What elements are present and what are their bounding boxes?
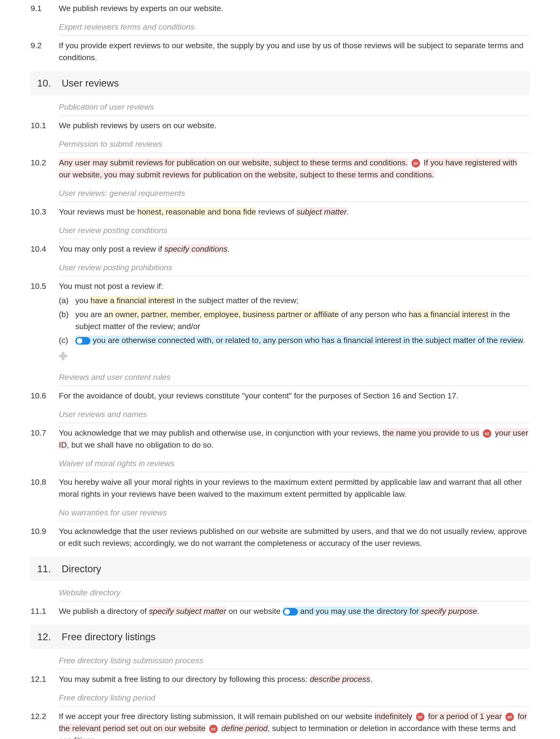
intro-text: You must not post a review if:: [59, 280, 529, 292]
text: of any person who: [339, 310, 409, 319]
section-heading-11: 11. Directory: [31, 557, 529, 581]
section-number: 11.: [37, 561, 62, 576]
clause-10-6: 10.6 For the avoidance of doubt, your re…: [31, 388, 529, 405]
add-icon[interactable]: [59, 352, 67, 360]
toggled-block: you are otherwise connected with, or rel…: [75, 336, 523, 344]
editable-text: have a financial interest: [90, 296, 174, 305]
or-badge-icon[interactable]: or: [412, 159, 420, 167]
clause-number: 10.6: [31, 388, 59, 405]
clause-12-1: 12.1 You may submit a free listing to ou…: [31, 671, 529, 689]
sub-marker: (b): [59, 307, 75, 333]
sub-clause-a: (a) you have a financial interest in the…: [59, 294, 529, 307]
clause-10-2: 10.2 Any user may submit reviews for pub…: [31, 154, 529, 184]
text: We publish a directory of: [59, 607, 149, 615]
clause-body: If we accept your free directory listing…: [59, 708, 529, 739]
sub-marker: (a): [59, 294, 75, 307]
text: .: [523, 336, 525, 344]
clause-body: We publish reviews by users on our websi…: [59, 117, 529, 135]
sub-body: you are otherwise connected with, or rel…: [75, 333, 529, 347]
text: You may only post a review if: [59, 244, 164, 253]
section-heading-10: 10. User reviews: [31, 71, 529, 95]
clause-10-3: 10.3 Your reviews must be honest, reason…: [31, 203, 529, 221]
clause-10-7: 10.7 You acknowledge that we may publish…: [31, 425, 529, 454]
text: you: [75, 296, 90, 305]
text: .: [346, 207, 349, 216]
text: , but we shall have no obligation to do …: [67, 440, 214, 449]
optional-text: indefinitely: [375, 712, 412, 721]
clause-body: For the avoidance of doubt, your reviews…: [59, 388, 529, 405]
clause-body: You may submit a free listing to our dir…: [59, 671, 529, 689]
or-badge-icon[interactable]: or: [209, 725, 218, 733]
clause-number: 10.2: [31, 154, 59, 184]
clause-number: 10.5: [31, 278, 59, 368]
text: you are otherwise connected with, or rel…: [93, 336, 523, 344]
clause-caption: Permission to submit reviews: [59, 135, 529, 153]
clause-body: You must not post a review if: (a) you h…: [59, 278, 529, 368]
clause-11-1: 11.1 We publish a directory of specify s…: [31, 603, 529, 619]
clause-12-2: 12.2 If we accept your free directory li…: [31, 708, 529, 739]
clause-caption: Free directory listing submission proces…: [59, 651, 529, 670]
toggle-icon[interactable]: [75, 337, 90, 344]
or-badge-icon[interactable]: or: [416, 713, 424, 721]
clause-caption: Publication of user reviews: [59, 98, 529, 116]
clause-caption: Website directory: [59, 583, 529, 601]
text: You may submit a free listing to our dir…: [59, 675, 310, 684]
clause-number: 12.1: [31, 671, 59, 689]
clause-body: We publish reviews by experts on our web…: [59, 0, 529, 18]
text: reviews of: [256, 207, 296, 216]
clause-9-1: 9.1 We publish reviews by experts on our…: [31, 0, 529, 18]
clause-number: 10.9: [31, 523, 59, 551]
section-number: 12.: [37, 629, 62, 644]
placeholder-text: define period: [222, 724, 268, 733]
document-page: 9.1 We publish reviews by experts on our…: [0, 0, 560, 739]
section-number: 10.: [37, 76, 62, 91]
text: Your reviews must be: [59, 207, 137, 216]
optional-text: for a period of 1 year: [428, 712, 502, 721]
optional-text: Any user may submit reviews for publicat…: [59, 158, 408, 167]
clause-caption: User review posting prohibitions: [59, 258, 529, 276]
text: You acknowledge that we may publish and …: [59, 428, 383, 437]
sub-body: you have a financial interest in the sub…: [75, 294, 529, 307]
clause-body: You acknowledge that the user reviews pu…: [59, 523, 529, 551]
clause-body: Any user may submit reviews for publicat…: [59, 154, 529, 184]
clause-10-8: 10.8 You hereby waive all your moral rig…: [31, 474, 529, 503]
clause-body: We publish a directory of specify subjec…: [59, 603, 529, 619]
clause-body: You may only post a review if specify co…: [59, 241, 529, 258]
clause-body: You hereby waive all your moral rights i…: [59, 474, 529, 503]
clause-9-2: 9.2 If you provide expert reviews to our…: [31, 37, 529, 65]
clause-caption: Expert reviewers terms and conditions: [59, 18, 529, 36]
clause-number: 10.1: [31, 117, 59, 135]
toggle-icon[interactable]: [283, 608, 298, 615]
sub-clause-b: (b) you are an owner, partner, member, e…: [59, 307, 529, 333]
clause-10-5: 10.5 You must not post a review if: (a) …: [31, 278, 529, 368]
clause-caption: Waiver of moral rights in reviews: [59, 454, 529, 472]
placeholder-text: specify purpose: [421, 607, 477, 615]
text: and you may use the directory for: [300, 607, 421, 615]
section-title: Directory: [62, 561, 101, 576]
toggled-block: and you may use the directory for specif…: [283, 607, 477, 615]
sub-marker: (c): [59, 333, 75, 347]
placeholder-text: subject matter: [296, 207, 347, 216]
text: on our website: [226, 607, 283, 615]
section-title: Free directory listings: [62, 629, 155, 644]
placeholder-text: specify conditions: [164, 244, 228, 253]
clause-body: You acknowledge that we may publish and …: [59, 425, 529, 454]
editable-text: honest, reasonable and bona fide: [137, 207, 256, 216]
clause-number: 10.8: [31, 474, 59, 503]
clause-number: 10.7: [31, 425, 59, 454]
clause-number: 9.2: [31, 37, 59, 65]
sub-clause-c: (c) you are otherwise connected with, or…: [59, 333, 529, 347]
text: you are: [75, 310, 104, 319]
or-badge-icon[interactable]: or: [506, 713, 514, 721]
text: If we accept your free directory listing…: [59, 712, 375, 721]
sub-body: you are an owner, partner, member, emplo…: [75, 307, 529, 333]
clause-caption: User review posting conditions: [59, 221, 529, 239]
clause-caption: User reviews and names: [59, 405, 529, 423]
text: .: [228, 244, 230, 253]
clause-10-1: 10.1 We publish reviews by users on our …: [31, 117, 529, 135]
clause-caption: Reviews and user content rules: [59, 368, 529, 386]
clause-number: 12.2: [31, 708, 59, 739]
clause-10-4: 10.4 You may only post a review if speci…: [31, 241, 529, 258]
or-badge-icon[interactable]: or: [483, 429, 491, 438]
clause-10-9: 10.9 You acknowledge that the user revie…: [31, 523, 529, 551]
